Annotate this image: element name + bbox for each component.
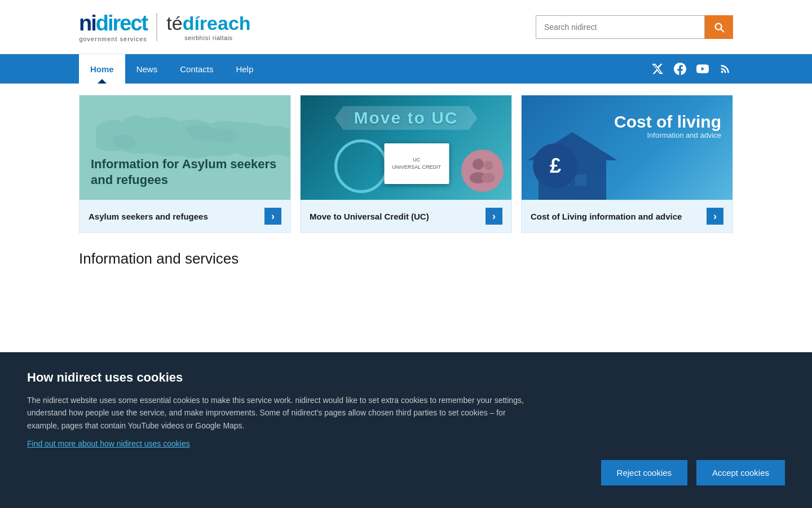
logo-divider xyxy=(156,13,157,41)
nav-links: Home News Contacts Help xyxy=(79,54,264,84)
uc-title-text: Move to UC xyxy=(354,108,458,127)
logo-area: nidirect government services tédíreach s… xyxy=(79,11,251,42)
main-content: Information for Asylum seekers and refug… xyxy=(68,84,744,288)
uc-people-photo xyxy=(461,150,504,192)
twitter-icon[interactable] xyxy=(650,61,665,77)
col-title-sub: Information and advice xyxy=(614,131,721,139)
asylum-card-title: Information for Asylum seekers and refug… xyxy=(91,156,290,189)
card-uc: Move to UC UCUNIVERSAL CREDIT xyxy=(300,95,512,233)
uc-banner-bg: Move to UC xyxy=(344,106,469,130)
uc-circle xyxy=(334,139,388,193)
irish-logo-subtitle: seirbhísí rialtais xyxy=(166,34,250,41)
nav-contacts[interactable]: Contacts xyxy=(169,54,224,84)
nav-help[interactable]: Help xyxy=(224,54,264,84)
nav-home[interactable]: Home xyxy=(79,54,125,84)
uc-footer-label: Move to Universal Credit (UC) xyxy=(310,212,429,221)
irish-logo-text2: díreach xyxy=(183,12,251,34)
svg-point-0 xyxy=(473,159,484,170)
card-col: £ Cost of living Information and advice … xyxy=(521,95,733,233)
svg-point-2 xyxy=(484,161,493,170)
facebook-icon[interactable] xyxy=(672,61,688,77)
uc-content: Move to UC UCUNIVERSAL CREDIT xyxy=(301,95,511,200)
col-footer-label: Cost of Living information and advice xyxy=(531,212,682,221)
uc-arrow-icon: › xyxy=(486,208,502,225)
card-asylum-image: Information for Asylum seekers and refug… xyxy=(80,95,290,200)
logo-subtitle: government services xyxy=(79,36,147,42)
col-title-block: Cost of living Information and advice xyxy=(614,112,721,139)
col-title-main: Cost of living xyxy=(614,112,721,131)
logo-direct-text: direct xyxy=(96,11,147,36)
youtube-icon[interactable] xyxy=(695,61,710,77)
main-nav: Home News Contacts Help xyxy=(0,54,812,84)
uc-title-banner: Move to UC xyxy=(335,106,478,130)
logo-ni-text: ni xyxy=(79,11,96,36)
asylum-arrow-icon: › xyxy=(264,208,281,225)
nidirect-logo: nidirect government services xyxy=(79,11,147,42)
card-col-image: £ Cost of living Information and advice xyxy=(522,95,732,200)
svg-rect-7 xyxy=(575,174,586,186)
search-icon xyxy=(713,21,725,33)
search-area xyxy=(536,15,733,39)
nav-news[interactable]: News xyxy=(125,54,169,84)
svg-point-3 xyxy=(482,173,495,183)
pound-circle: £ xyxy=(533,143,578,189)
card-uc-footer[interactable]: Move to Universal Credit (UC) › xyxy=(301,200,511,233)
col-arrow-icon: › xyxy=(707,208,723,225)
card-uc-image: Move to UC UCUNIVERSAL CREDIT xyxy=(301,95,511,200)
search-input[interactable] xyxy=(536,15,705,39)
uc-banner-left xyxy=(335,106,344,130)
card-asylum-footer[interactable]: Asylum seekers and refugees › xyxy=(80,200,290,233)
info-section-title: Information and services xyxy=(79,250,733,268)
search-button[interactable] xyxy=(705,15,733,39)
cards-row: Information for Asylum seekers and refug… xyxy=(79,95,733,233)
uc-envelope: UCUNIVERSAL CREDIT xyxy=(384,143,449,184)
irish-logo-text1: té xyxy=(166,12,182,34)
site-header: nidirect government services tédíreach s… xyxy=(0,0,812,54)
rss-icon[interactable] xyxy=(717,61,733,77)
people-silhouette xyxy=(466,154,500,188)
asylum-footer-label: Asylum seekers and refugees xyxy=(89,212,208,221)
social-icons xyxy=(650,54,733,84)
card-asylum: Information for Asylum seekers and refug… xyxy=(79,95,291,233)
col-content: £ Cost of living Information and advice xyxy=(522,95,732,200)
uc-banner-right xyxy=(469,106,478,130)
uc-envelope-text: UCUNIVERSAL CREDIT xyxy=(392,156,441,170)
irish-logo: tédíreach seirbhísí rialtais xyxy=(166,12,250,41)
card-col-footer[interactable]: Cost of Living information and advice › xyxy=(522,200,732,233)
